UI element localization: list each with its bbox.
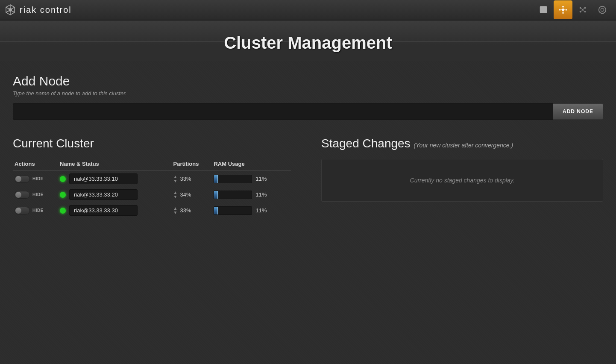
svg-point-9: [562, 6, 564, 8]
svg-point-17: [582, 9, 584, 11]
svg-line-22: [581, 8, 582, 9]
node-name-2: riak@33.33.33.30: [69, 205, 138, 216]
staged-changes-section: Staged Changes (Your new cluster after c…: [313, 137, 603, 218]
actions-cell-1: HIDE: [13, 187, 58, 203]
ram-bar-container-0: [214, 175, 252, 183]
ram-pct-2: 11%: [255, 207, 267, 214]
add-node-button[interactable]: ADD NODE: [553, 103, 603, 120]
nav-icon-group: [534, 0, 612, 19]
node-name-0: riak@33.33.33.10: [69, 173, 138, 184]
current-cluster-title: Current Cluster: [13, 137, 291, 150]
actions-cell-2: HIDE: [13, 203, 58, 218]
add-node-subtitle: Type the name of a node to add to this c…: [13, 90, 603, 97]
table-row: HIDE riak@33.33.33.20 ▲▼ 34%: [13, 187, 291, 203]
status-dot-1: [60, 192, 66, 198]
svg-point-20: [580, 11, 581, 13]
hide-btn-2[interactable]: HIDE: [32, 208, 44, 213]
ram-cell-2: 11%: [212, 203, 291, 218]
ram-bar-fill-1: [214, 191, 218, 199]
partition-pct-0: 33%: [180, 176, 191, 182]
partitions-cell-2: ▲▼ 33%: [172, 203, 212, 218]
ram-bar-fill-0: [214, 175, 218, 183]
hide-btn-0[interactable]: HIDE: [32, 176, 44, 181]
camera-icon: [539, 5, 548, 15]
cluster-icon: [558, 5, 568, 15]
ring-icon: [598, 5, 607, 15]
svg-point-26: [599, 6, 606, 14]
add-node-section: Add Node Type the name of a node to add …: [13, 74, 603, 120]
svg-point-21: [584, 11, 586, 13]
svg-point-10: [562, 12, 564, 14]
ram-pct-0: 11%: [255, 176, 267, 182]
col-name-status: Name & Status: [58, 157, 171, 171]
ram-cell-1: 11%: [212, 187, 291, 203]
toggle-group-1: HIDE: [15, 191, 56, 199]
table-row: HIDE riak@33.33.33.10 ▲▼ 33%: [13, 171, 291, 187]
ram-bar-container-1: [214, 191, 252, 199]
ram-bar-fill-2: [214, 207, 218, 214]
status-dot-2: [60, 208, 66, 214]
name-status-cell-0: riak@33.33.33.10: [58, 171, 171, 187]
svg-line-3: [12, 7, 15, 9]
app-name: riak control: [20, 5, 72, 15]
svg-point-8: [562, 9, 564, 11]
main-content: Add Node Type the name of a node to add …: [0, 61, 616, 364]
add-node-title: Add Node: [13, 74, 603, 88]
camera-nav-btn[interactable]: [534, 0, 553, 19]
hide-btn-1[interactable]: HIDE: [32, 192, 44, 197]
name-status-cell-1: riak@33.33.33.20: [58, 187, 171, 203]
svg-line-6: [6, 11, 9, 13]
svg-point-12: [566, 9, 567, 11]
node-name-1: riak@33.33.33.20: [69, 189, 138, 200]
svg-line-24: [581, 10, 582, 11]
table-row: HIDE riak@33.33.33.30 ▲▼ 33%: [13, 203, 291, 218]
riak-logo: [4, 4, 16, 16]
toggle-group-0: HIDE: [15, 175, 56, 183]
nodes-icon: [578, 5, 587, 15]
ram-pct-1: 11%: [255, 191, 267, 198]
partitions-cell-1: ▲▼ 34%: [172, 187, 212, 203]
toggle-switch-1[interactable]: [15, 191, 30, 199]
add-node-form: ADD NODE: [13, 103, 603, 120]
col-actions: Actions: [13, 157, 58, 171]
col-partitions: Partitions: [172, 157, 212, 171]
partition-arrows-1: ▲▼: [173, 191, 178, 199]
brand: riak control: [4, 4, 72, 16]
svg-point-11: [559, 9, 561, 11]
partitions-cell-0: ▲▼ 33%: [172, 171, 212, 187]
staged-changes-title: Staged Changes (Your new cluster after c…: [321, 137, 603, 150]
page-header: Cluster Management: [0, 21, 616, 61]
actions-cell-0: HIDE: [13, 171, 58, 187]
cluster-table: Actions Name & Status Partitions RAM Usa…: [13, 157, 291, 218]
svg-line-25: [583, 10, 584, 11]
partition-arrows-2: ▲▼: [173, 206, 178, 215]
partition-pct-2: 33%: [180, 207, 191, 214]
svg-line-4: [12, 11, 15, 13]
navbar: riak control: [0, 0, 616, 21]
svg-line-7: [6, 7, 9, 9]
partition-arrows-0: ▲▼: [173, 175, 178, 183]
svg-line-23: [583, 8, 584, 9]
status-dot-0: [60, 176, 66, 182]
svg-point-19: [584, 7, 586, 9]
current-cluster-section: Current Cluster Actions Name & Status Pa…: [13, 137, 304, 218]
name-status-cell-2: riak@33.33.33.30: [58, 203, 171, 218]
ram-cell-0: 11%: [212, 171, 291, 187]
nodes-nav-btn[interactable]: [573, 0, 592, 19]
add-node-input[interactable]: [13, 103, 553, 120]
ring-nav-btn[interactable]: [593, 0, 612, 19]
staged-changes-note: (Your new cluster after convergence.): [414, 142, 513, 149]
ram-bar-container-2: [214, 206, 252, 215]
cluster-layout: Current Cluster Actions Name & Status Pa…: [13, 137, 603, 218]
svg-point-1: [9, 8, 12, 12]
toggle-switch-0[interactable]: [15, 175, 30, 183]
page-title: Cluster Management: [207, 33, 409, 53]
svg-point-27: [601, 8, 604, 11]
toggle-group-2: HIDE: [15, 207, 56, 214]
col-ram-usage: RAM Usage: [212, 157, 291, 171]
cluster-nav-btn[interactable]: [554, 0, 572, 19]
staged-empty-message: Currently no staged changes to display.: [410, 177, 515, 184]
partition-pct-1: 34%: [180, 191, 191, 198]
svg-point-18: [580, 7, 581, 9]
toggle-switch-2[interactable]: [15, 207, 30, 214]
